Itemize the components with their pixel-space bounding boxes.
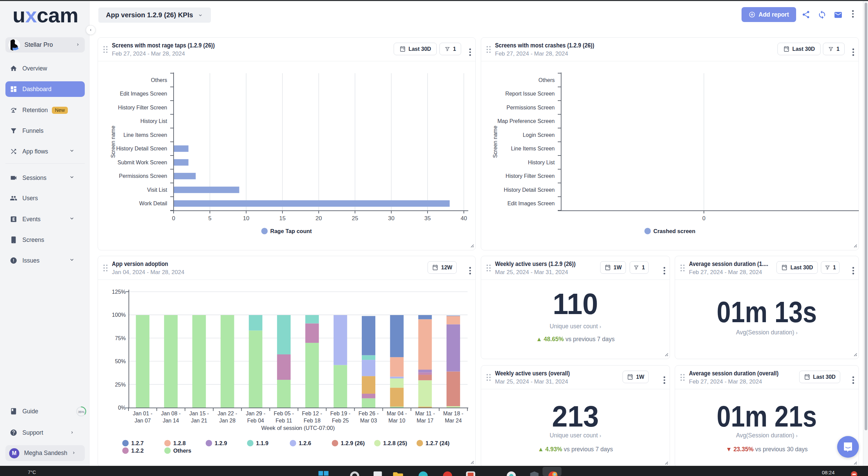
svg-text:Mar 04 -: Mar 04 -: [387, 411, 407, 416]
svg-text:History List: History List: [140, 118, 167, 124]
svg-text:1.2.7: 1.2.7: [131, 440, 144, 446]
svg-text:Mar 18 -: Mar 18 -: [443, 411, 463, 416]
svg-text:Feb 19 -: Feb 19 -: [330, 411, 351, 416]
svg-text:Jan 08 -: Jan 08 -: [161, 411, 181, 416]
svg-text:1.2.8 (25): 1.2.8 (25): [383, 440, 407, 446]
svg-text:1.2.2: 1.2.2: [131, 448, 144, 454]
svg-text:Submit Work Screen: Submit Work Screen: [118, 160, 167, 165]
svg-text:1.1.9: 1.1.9: [256, 440, 269, 446]
svg-text:Edit Images Screen: Edit Images Screen: [507, 201, 555, 206]
svg-text:Permissions Screen: Permissions Screen: [507, 105, 555, 110]
svg-text:Week of session (UTC-07:00): Week of session (UTC-07:00): [261, 425, 335, 431]
svg-text:100%: 100%: [112, 312, 126, 318]
svg-text:History List: History List: [528, 160, 555, 165]
svg-text:1.2.7 (24): 1.2.7 (24): [426, 440, 450, 446]
svg-text:1.2.6: 1.2.6: [299, 440, 311, 446]
svg-text:5: 5: [208, 215, 211, 222]
svg-text:25%: 25%: [115, 382, 126, 388]
svg-text:Permissions Screen: Permissions Screen: [119, 173, 167, 179]
svg-text:Feb 26 -: Feb 26 -: [358, 411, 379, 416]
svg-text:Crashed screen: Crashed screen: [653, 228, 695, 234]
svg-text:Jan 01 -: Jan 01 -: [133, 411, 153, 416]
svg-text:20: 20: [316, 215, 322, 222]
svg-text:Line Items Screen: Line Items Screen: [123, 132, 167, 138]
svg-text:Map Preference Screen: Map Preference Screen: [497, 118, 555, 124]
svg-text:History Detail Screen: History Detail Screen: [116, 146, 167, 151]
svg-text:0: 0: [702, 215, 705, 222]
svg-text:Others: Others: [173, 448, 191, 454]
svg-text:Mar 10: Mar 10: [389, 418, 406, 423]
svg-text:Jan 21: Jan 21: [191, 418, 207, 423]
svg-text:Edit Images Screen: Edit Images Screen: [120, 91, 167, 97]
svg-text:0: 0: [172, 215, 175, 222]
svg-text:Feb 05 -: Feb 05 -: [274, 411, 294, 416]
svg-text:Mar 17: Mar 17: [417, 418, 434, 423]
svg-text:Mar 24: Mar 24: [445, 418, 462, 423]
svg-text:25: 25: [352, 215, 358, 222]
svg-text:30: 30: [388, 215, 395, 222]
svg-text:Feb 12 -: Feb 12 -: [302, 411, 322, 416]
svg-text:Jan 29 -: Jan 29 -: [246, 411, 265, 416]
svg-text:Jan 22 -: Jan 22 -: [218, 411, 237, 416]
svg-text:125%: 125%: [112, 289, 126, 295]
svg-text:Work Detail: Work Detail: [139, 201, 167, 206]
svg-text:Feb 25: Feb 25: [332, 418, 349, 423]
svg-text:Rage Tap count: Rage Tap count: [270, 228, 312, 234]
svg-text:Feb 18: Feb 18: [303, 418, 320, 423]
svg-text:Feb 04: Feb 04: [247, 418, 264, 423]
svg-text:Mar 03: Mar 03: [360, 418, 377, 423]
svg-text:Login Screen: Login Screen: [523, 132, 555, 138]
svg-text:Mar 11 -: Mar 11 -: [415, 411, 435, 416]
svg-text:50%: 50%: [115, 358, 126, 364]
svg-text:Feb 11: Feb 11: [276, 418, 292, 423]
svg-text:Jan 07: Jan 07: [135, 418, 151, 423]
svg-text:Screen name: Screen name: [110, 126, 116, 158]
svg-text:Visit List: Visit List: [147, 187, 167, 193]
svg-text:1.2.8: 1.2.8: [173, 440, 186, 446]
svg-text:Others: Others: [538, 77, 555, 83]
svg-text:Screen name: Screen name: [492, 126, 498, 158]
svg-text:0%: 0%: [118, 405, 126, 411]
svg-text:1.2.9 (26): 1.2.9 (26): [341, 440, 365, 446]
svg-text:History Filter Screen: History Filter Screen: [506, 173, 555, 179]
svg-text:15: 15: [279, 215, 286, 222]
svg-text:Others: Others: [151, 77, 167, 83]
svg-text:10: 10: [243, 215, 250, 222]
svg-text:History Filter Screen: History Filter Screen: [118, 105, 167, 110]
svg-text:35%: 35%: [78, 410, 85, 413]
svg-text:Report Issue Screen: Report Issue Screen: [505, 91, 555, 97]
svg-text:DEV: DEV: [13, 45, 18, 48]
svg-text:1.2.9: 1.2.9: [215, 440, 227, 446]
svg-text:75%: 75%: [115, 335, 126, 341]
svg-text:Jan 14: Jan 14: [163, 418, 179, 423]
svg-text:Line Items Screen: Line Items Screen: [511, 146, 555, 151]
svg-text:40: 40: [461, 215, 467, 222]
svg-text:Jan 15 -: Jan 15 -: [189, 411, 209, 416]
svg-text:35: 35: [425, 215, 431, 222]
svg-text:Jan 28: Jan 28: [219, 418, 236, 423]
svg-text:History Detail Screen: History Detail Screen: [504, 187, 555, 193]
